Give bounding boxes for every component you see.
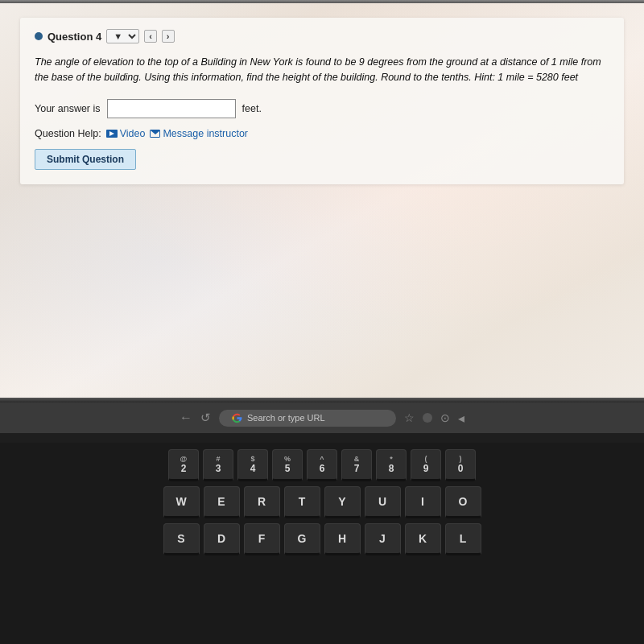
key-r[interactable]: R [244, 486, 280, 518]
question-text: The angle of elevation to the top of a B… [35, 55, 609, 86]
message-instructor-link[interactable]: Message instructor [150, 128, 248, 139]
mail-icon [150, 130, 160, 138]
keyboard-area: @ 2 # 3 $ 4 % 5 ^ 6 & 7 [0, 443, 644, 644]
address-bar[interactable]: Search or type URL [219, 410, 396, 427]
refresh-button[interactable]: ↺ [200, 411, 211, 425]
key-5[interactable]: % 5 [272, 449, 303, 481]
key-f[interactable]: F [244, 523, 280, 555]
circle-icon [423, 413, 432, 423]
key-s[interactable]: S [163, 523, 200, 555]
back-button[interactable]: ← [180, 411, 192, 425]
video-icon [106, 130, 118, 138]
star-icon[interactable]: ☆ [404, 411, 415, 424]
answer-row: Your answer is feet. [35, 99, 609, 118]
question-dropdown[interactable]: ▼ [106, 29, 139, 43]
key-7[interactable]: & 7 [341, 449, 372, 481]
key-g[interactable]: G [284, 523, 320, 555]
video-link[interactable]: Video [106, 128, 146, 139]
key-6[interactable]: ^ 6 [307, 449, 337, 481]
key-t[interactable]: T [284, 486, 320, 518]
answer-unit: feet. [242, 103, 262, 114]
key-0[interactable]: ) 0 [445, 449, 476, 481]
key-4[interactable]: $ 4 [237, 449, 268, 481]
message-instructor-text: Message instructor [163, 128, 248, 139]
key-l[interactable]: L [445, 523, 481, 555]
more-icon[interactable]: ◂ [458, 411, 464, 426]
asdf-row: S D F G H J K L [16, 523, 628, 555]
question-help-label: Question Help: [35, 128, 101, 139]
video-link-text: Video [120, 128, 146, 139]
question-label: Question 4 [47, 31, 101, 43]
address-bar-text: Search or type URL [247, 413, 325, 423]
number-row: @ 2 # 3 $ 4 % 5 ^ 6 & 7 [16, 449, 628, 481]
question-header: Question 4 ▼ ‹ › [35, 29, 609, 43]
key-y[interactable]: Y [324, 486, 361, 518]
prev-question-button[interactable]: ‹ [144, 30, 157, 43]
submit-question-button[interactable]: Submit Question [35, 149, 136, 170]
key-u[interactable]: U [365, 486, 401, 518]
key-j[interactable]: J [365, 523, 401, 555]
key-i[interactable]: I [405, 486, 441, 518]
screen: Question 4 ▼ ‹ › The angle of elevation … [0, 3, 644, 398]
key-9[interactable]: ( 9 [411, 449, 441, 481]
question-dot [35, 32, 43, 40]
answer-label: Your answer is [35, 103, 101, 114]
google-icon [232, 413, 242, 423]
qwerty-row: W E R T Y U I O [16, 486, 628, 518]
settings-icon[interactable]: ⊙ [440, 411, 450, 424]
key-d[interactable]: D [204, 523, 240, 555]
key-o[interactable]: O [445, 486, 481, 518]
key-k[interactable]: K [405, 523, 441, 555]
key-2[interactable]: @ 2 [168, 449, 199, 481]
key-8[interactable]: * 8 [376, 449, 407, 481]
browser-bar: ← ↺ Search or type URL ☆ ⊙ ◂ [0, 402, 644, 433]
key-w[interactable]: W [163, 486, 200, 518]
key-h[interactable]: H [324, 523, 361, 555]
key-3[interactable]: # 3 [203, 449, 233, 481]
answer-input[interactable] [107, 99, 236, 118]
key-e[interactable]: E [204, 486, 240, 518]
question-help: Question Help: Video Message instructor [35, 128, 609, 139]
content-panel: Question 4 ▼ ‹ › The angle of elevation … [20, 18, 624, 184]
next-question-button[interactable]: › [162, 30, 175, 43]
laptop-bottom: ← ↺ Search or type URL ☆ ⊙ ◂ @ 2 [0, 402, 644, 644]
